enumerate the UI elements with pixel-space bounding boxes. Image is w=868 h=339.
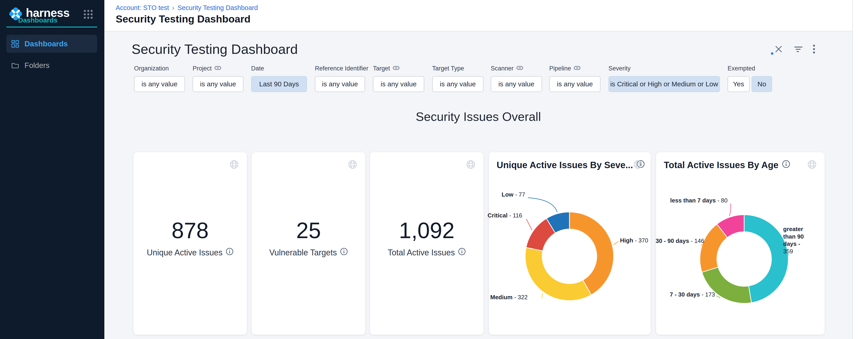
scrollbar-gutter[interactable] <box>852 0 868 339</box>
filter-label-date: Date <box>251 65 264 72</box>
stat-tile-unique-active-issues: 878Unique Active Issues <box>133 152 247 335</box>
filter-value-severity[interactable]: is Critical or High or Medium or Low <box>609 76 720 92</box>
filter-label-project: Project <box>193 65 221 72</box>
dashboard-content: Security Testing Dashboard Organizationi… <box>104 32 852 339</box>
slice-label-medium: Medium - 322 <box>490 293 528 301</box>
filter-value-organization[interactable]: is any value <box>134 76 185 92</box>
slice-label-less-than-7-days: less than 7 days - 80 <box>670 197 727 204</box>
label-leader-line <box>528 198 557 212</box>
breadcrumb-separator: › <box>172 4 175 11</box>
filter-icon[interactable] <box>794 45 803 54</box>
filter-value-target-type[interactable]: is any value <box>432 76 484 92</box>
page-title: Security Testing Dashboard <box>116 13 250 25</box>
section-title: Security Issues Overall <box>104 110 852 123</box>
info-icon[interactable] <box>340 248 348 257</box>
donut-slice-high[interactable] <box>569 212 614 295</box>
filter-label-target-type: Target Type <box>432 65 464 72</box>
filter-label-exempted: Exempted <box>727 65 755 72</box>
sidebar-item-dashboards[interactable]: Dashboards <box>6 35 97 53</box>
breadcrumb-account-link[interactable]: Account: STO test <box>116 4 169 11</box>
stat-label: Unique Active Issues <box>133 248 247 257</box>
linked-filter-icon <box>574 65 581 72</box>
label-leader-line <box>526 219 532 230</box>
globe-icon[interactable] <box>229 160 239 170</box>
filter-value-scanner[interactable]: is any value <box>491 76 542 92</box>
sidebar-item-label: Folders <box>25 61 50 70</box>
donut-slice-greater-than-90-days[interactable] <box>744 215 788 303</box>
slice-label-low: Low - 77 <box>502 191 525 198</box>
filter-label-target: Target <box>373 65 400 72</box>
stat-tile-total-active-issues: 1,092Total Active Issues <box>370 152 484 335</box>
kebab-menu-icon[interactable] <box>813 45 815 55</box>
stat-tile-vulnerable-targets: 25Vulnerable Targets <box>252 152 365 335</box>
label-leader-line <box>614 241 619 245</box>
label-leader-line <box>542 293 543 299</box>
filter-label-reference-identifier: Reference Identifier <box>315 65 368 72</box>
linked-filter-icon <box>393 65 400 72</box>
sidebar-item-folders[interactable]: Folders <box>6 56 97 74</box>
filter-value-date[interactable]: Last 90 Days <box>251 76 307 92</box>
clear-filters-icon[interactable] <box>775 45 783 54</box>
breadcrumb-dashboard-link[interactable]: Security Testing Dashboard <box>178 4 258 11</box>
filter-value-target[interactable]: is any value <box>373 76 424 92</box>
donut-slice-medium[interactable] <box>525 248 591 301</box>
page-header: Account: STO test›Security Testing Dashb… <box>104 0 852 31</box>
folder-icon <box>11 62 19 69</box>
filter-label-organization: Organization <box>134 65 169 72</box>
label-leader-line <box>730 204 731 216</box>
sidebar-divider <box>6 27 97 28</box>
sidebar: harness Dashboards Dashboards Folders <box>0 0 104 339</box>
globe-icon[interactable] <box>466 160 476 170</box>
filter-value-reference-identifier[interactable]: is any value <box>315 76 365 92</box>
stat-value: 1,092 <box>370 218 484 243</box>
stat-value: 878 <box>133 218 247 243</box>
stat-value: 25 <box>252 218 365 243</box>
donut-tile-total-active-issues-by-age: Total Active Issues By Agegreater than 9… <box>656 152 825 335</box>
linked-filter-icon <box>214 65 221 72</box>
apps-grid-icon[interactable] <box>83 9 93 21</box>
globe-icon[interactable] <box>347 160 358 170</box>
info-icon[interactable] <box>226 248 234 257</box>
slice-label-high: High - 370 <box>620 237 648 244</box>
dashboard-title: Security Testing Dashboard <box>132 41 298 57</box>
filter-value-project[interactable]: is any value <box>193 76 243 92</box>
module-label[interactable]: Dashboards <box>18 16 57 24</box>
filter-label-scanner: Scanner <box>491 65 523 72</box>
filter-label-pipeline: Pipeline <box>549 65 581 72</box>
slice-label-30-90-days: 30 - 90 days - 146 <box>656 237 704 245</box>
filter-value-pipeline[interactable]: is any value <box>549 76 600 92</box>
slice-label-critical: Critical - 116 <box>488 212 522 219</box>
unsaved-indicator-dot <box>771 52 773 55</box>
dashboards-grid-icon <box>11 40 19 48</box>
exempted-option-yes[interactable]: Yes <box>727 76 750 92</box>
slice-label-greater-than-90-days: greater than 90 days - 359 <box>783 225 809 255</box>
info-icon[interactable] <box>458 248 466 257</box>
stat-label: Total Active Issues <box>370 248 484 257</box>
donut-tile-unique-active-issues-by-seve: Unique Active Issues By Seve...High - 37… <box>489 152 651 335</box>
breadcrumb: Account: STO test›Security Testing Dashb… <box>116 4 258 11</box>
sidebar-item-label: Dashboards <box>25 39 68 48</box>
filter-label-severity: Severity <box>609 65 631 72</box>
stat-label: Vulnerable Targets <box>252 248 365 257</box>
slice-label-7-30-days: 7 - 30 days - 173 <box>670 291 715 298</box>
linked-filter-icon <box>516 65 523 72</box>
exempted-option-no[interactable]: No <box>752 76 772 92</box>
